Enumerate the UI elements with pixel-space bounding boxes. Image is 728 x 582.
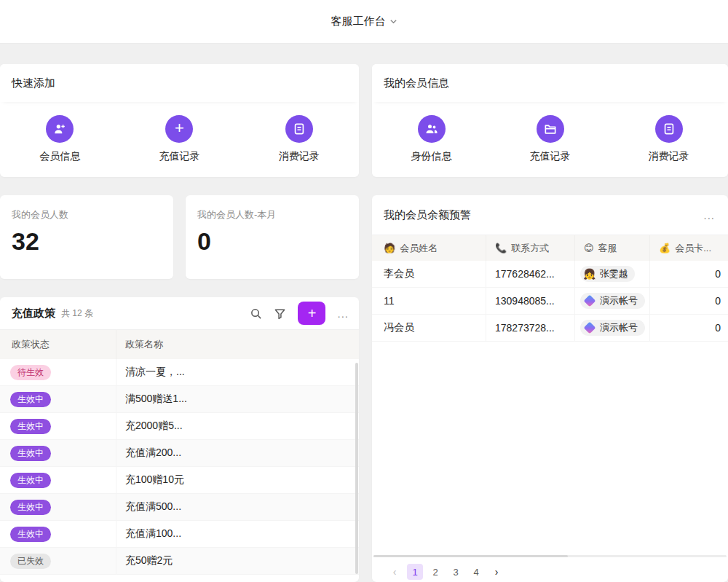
plus-icon: + [165,115,193,143]
table-row[interactable]: 生效中 充2000赠5... [0,413,359,440]
table-row[interactable]: 待生效 清凉一夏，... [0,359,359,386]
policy-name: 充值满200... [116,447,359,460]
action-label: 充值记录 [159,150,199,163]
status-badge: 待生效 [10,365,51,380]
balance-warning-card: 我的会员余额预警 ... 🧑 会员姓名 📞 联系方式 😊 客服 💰 会员卡... [372,195,728,582]
page-title: 客服工作台 [331,15,386,28]
status-badge: 生效中 [10,473,51,488]
action-label: 充值记录 [530,150,571,163]
column-header-card-balance: 💰 会员卡... [650,235,728,261]
phone-icon: 📞 [495,243,507,253]
stat-label: 我的会员人数-本月 [197,208,347,221]
quick-add-actions: 会员信息 + 充值记录 消费记录 [0,102,359,163]
policy-title: 充值政策 [12,307,55,321]
table-row[interactable]: 冯会员 178273728... 演示帐号 0 [372,315,728,342]
policy-name: 充2000赠5... [116,420,359,433]
column-header-agent: 😊 客服 [575,235,650,261]
table-row[interactable]: 生效中 充值满500... [0,494,359,521]
vertical-scrollbar[interactable] [355,363,358,574]
next-page-button[interactable]: › [488,564,505,580]
more-options-icon[interactable]: ... [703,209,715,221]
policy-name: 清凉一夏，... [116,366,359,379]
column-header-status: 政策状态 [0,330,116,359]
agent-tag: 演示帐号 [580,320,645,336]
page-button-1[interactable]: 1 [407,564,423,580]
action-label: 会员信息 [39,150,80,163]
member-info-title: 我的会员信息 [372,64,728,102]
policy-table-body: 待生效 清凉一夏，... 生效中 满500赠送1... 生效中 充2000赠5.… [0,359,359,575]
page-button-3[interactable]: 3 [448,564,464,580]
table-row[interactable]: 生效中 充100赠10元 [0,467,359,494]
quick-add-consume-record[interactable]: 消费记录 [259,115,339,163]
column-header-name: 政策名称 [116,330,359,359]
card-balance: 0 [650,288,728,314]
member-phone: 130948085... [486,288,575,314]
status-badge: 生效中 [10,392,51,407]
status-badge: 已失效 [10,554,51,569]
member-count-card: 我的会员人数 32 [0,195,173,279]
policy-toolbar: + ... [250,302,349,325]
add-policy-button[interactable]: + [298,302,325,325]
card-balance: 0 [650,261,728,287]
recharge-record-action[interactable]: 充值记录 [510,115,590,163]
consume-record-action[interactable]: 消费记录 [629,115,709,163]
demo-account-icon [584,322,596,334]
table-row[interactable]: 11 130948085... 演示帐号 0 [372,288,728,315]
table-row[interactable]: 生效中 充值满100... [0,521,359,548]
member-name: 李会员 [372,261,486,287]
table-row[interactable]: 生效中 满500赠送1... [0,386,359,413]
policy-count: 共 12 条 [61,307,93,320]
member-name: 11 [372,288,486,314]
people-icon [418,115,446,143]
page-button-2[interactable]: 2 [427,564,443,580]
top-bar: 客服工作台 [0,0,728,44]
member-phone: 177628462... [486,261,575,287]
page-button-4[interactable]: 4 [468,564,484,580]
avatar: 👧 [583,269,596,279]
action-label: 身份信息 [411,150,452,163]
stat-value: 0 [197,227,347,256]
demo-account-icon [584,295,596,307]
table-row[interactable]: 生效中 充值满200... [0,440,359,467]
recharge-policy-card: 充值政策 共 12 条 + ... 政策状态 政策名称 待生效 清凉一夏，... [0,297,359,582]
horizontal-scrollbar[interactable] [373,555,727,557]
quick-add-recharge-record[interactable]: + 充值记录 [139,115,219,163]
workspace-switcher[interactable]: 客服工作台 [331,15,397,28]
stat-value: 32 [12,227,162,256]
agent-tag: 演示帐号 [580,293,645,309]
pagination: ‹ 1 2 3 4 › [387,564,505,580]
policy-table-header: 政策状态 政策名称 [0,330,359,359]
policy-name: 充50赠2元 [116,554,359,567]
identity-info-action[interactable]: 身份信息 [392,115,472,163]
person-icon: 🧑 [384,243,395,253]
agent-tag: 👧 张雯越 [580,266,635,282]
table-row[interactable]: 已失效 充50赠2元 [0,548,359,575]
column-header-contact: 📞 联系方式 [486,235,575,261]
smiley-icon: 😊 [584,243,594,253]
status-badge: 生效中 [10,419,51,434]
policy-name: 满500赠送1... [116,393,359,406]
money-bag-icon: 💰 [659,243,670,253]
member-add-icon [46,115,74,143]
policy-card-header: 充值政策 共 12 条 + ... [0,297,359,330]
balance-title: 我的会员余额预警 [384,208,471,222]
status-badge: 生效中 [10,527,51,542]
search-icon[interactable] [250,307,262,320]
more-options-icon[interactable]: ... [337,307,349,320]
quick-add-card: 快速添加 会员信息 + 充值记录 消费记录 [0,64,359,177]
prev-page-button[interactable]: ‹ [387,564,403,580]
stat-label: 我的会员人数 [12,208,162,221]
quick-add-member-info[interactable]: 会员信息 [20,115,100,163]
filter-icon[interactable] [274,307,286,320]
quick-add-title: 快速添加 [0,64,359,102]
table-row[interactable]: 李会员 177628462... 👧 张雯越 0 [372,261,728,288]
receipt-icon [285,115,313,143]
member-count-month-card: 我的会员人数-本月 0 [186,195,359,279]
status-badge: 生效中 [10,500,51,515]
customer-service-workbench: 客服工作台 快速添加 会员信息 + 充值记录 消 [0,0,728,582]
card-balance: 0 [650,315,728,341]
column-header-member-name: 🧑 会员姓名 [372,235,486,261]
action-label: 消费记录 [279,150,320,163]
balance-card-header: 我的会员余额预警 ... [372,195,728,235]
member-phone: 178273728... [486,315,575,341]
